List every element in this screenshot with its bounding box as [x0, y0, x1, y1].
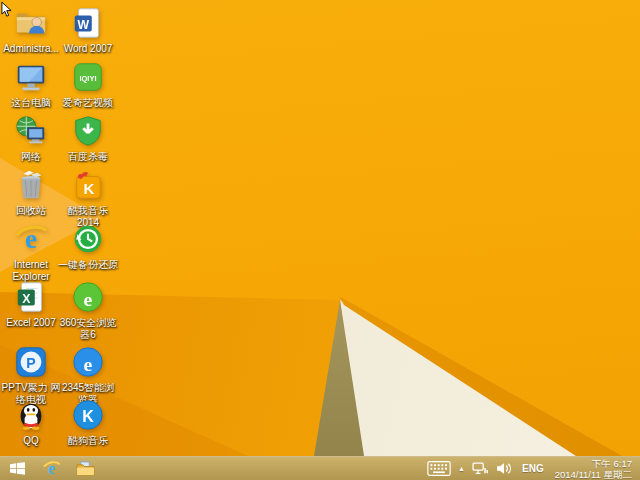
volume-button[interactable] [492, 457, 515, 480]
taskbar-clock[interactable]: 下午 6:17 2014/11/11 星期二 [551, 457, 640, 480]
administrator-icon [14, 6, 48, 40]
keyboard-icon [427, 461, 451, 476]
windows-logo-icon [10, 462, 25, 475]
taskbar-file-explorer-button[interactable] [68, 457, 102, 480]
mouse-cursor-icon [1, 1, 12, 22]
desktop-icon-label: 360安全浏览 器6 [50, 317, 126, 341]
one-key-backup-restore-icon [71, 222, 105, 256]
show-hidden-icons-button[interactable]: ▲ [455, 457, 468, 480]
word-2007-icon: W [71, 6, 105, 40]
chevron-up-icon: ▲ [458, 465, 465, 472]
desktop-icon-label: 爱奇艺视频 [50, 97, 126, 109]
network-icon [472, 462, 488, 475]
desktop-icon-2345-smart-browser[interactable]: e2345智能浏 览器 [50, 345, 126, 406]
iqiyi-video-icon: iQIYI [71, 60, 105, 94]
language-indicator[interactable]: ENG [515, 457, 551, 480]
clock-date: 2014/11/11 星期二 [555, 469, 632, 480]
network-icon [14, 114, 48, 148]
file-explorer-icon [76, 461, 95, 476]
desktop-icon-360-safe-browser-6[interactable]: e360安全浏览 器6 [50, 280, 126, 341]
svg-text:P: P [26, 355, 35, 371]
desktop-icon-label: 百度杀毒 [50, 151, 126, 163]
desktop-icon-label: Word 2007 [50, 43, 126, 55]
baidu-antivirus-icon [71, 114, 105, 148]
svg-text:e: e [84, 288, 93, 310]
svg-text:X: X [22, 292, 31, 306]
svg-text:K: K [83, 180, 94, 197]
desktop-icon-baidu-antivirus[interactable]: 百度杀毒 [50, 114, 126, 163]
network-status-button[interactable] [468, 457, 492, 480]
2345-smart-browser-icon: e [71, 345, 105, 379]
excel-2007-icon: X [14, 280, 48, 314]
kugou-music-icon: K [71, 398, 105, 432]
taskbar-internet-explorer-button[interactable]: e [34, 457, 68, 480]
taskbar: e ▲ [0, 456, 640, 480]
desktop-icon-label: 酷狗音乐 [50, 435, 126, 447]
svg-text:e: e [84, 353, 93, 375]
desktop-icon-kugou-music[interactable]: K酷狗音乐 [50, 398, 126, 447]
svg-text:iQIYI: iQIYI [79, 74, 96, 83]
desktop-icon-label: 一键备份还原 [50, 259, 126, 271]
speaker-icon [496, 462, 511, 475]
svg-text:W: W [77, 18, 89, 32]
qq-icon [14, 398, 48, 432]
desktop-wallpaper: Administra...WWord 2007这台电脑iQIYI爱奇艺视频网络百… [0, 0, 640, 456]
desktop-icon-kuwo-music-2014[interactable]: K酷我音乐 2014 [50, 168, 126, 229]
clock-time: 下午 6:17 [555, 458, 632, 469]
recycle-bin-icon [14, 168, 48, 202]
360-safe-browser-6-icon: e [71, 280, 105, 314]
system-tray: ▲ ENG 下午 6:17 2014/11/11 星期二 [423, 457, 640, 480]
desktop-icon-iqiyi-video[interactable]: iQIYI爱奇艺视频 [50, 60, 126, 109]
touch-keyboard-button[interactable] [423, 457, 455, 480]
svg-text:K: K [82, 407, 94, 425]
this-pc-icon [14, 60, 48, 94]
desktop-icon-one-key-backup-restore[interactable]: 一键备份还原 [50, 222, 126, 271]
pptv-network-tv-icon: P [14, 345, 48, 379]
start-button[interactable] [0, 457, 34, 480]
internet-explorer-icon: e [14, 222, 48, 256]
kuwo-music-2014-icon: K [71, 168, 105, 202]
desktop-icon-word-2007[interactable]: WWord 2007 [50, 6, 126, 55]
internet-explorer-icon: e [42, 459, 61, 478]
